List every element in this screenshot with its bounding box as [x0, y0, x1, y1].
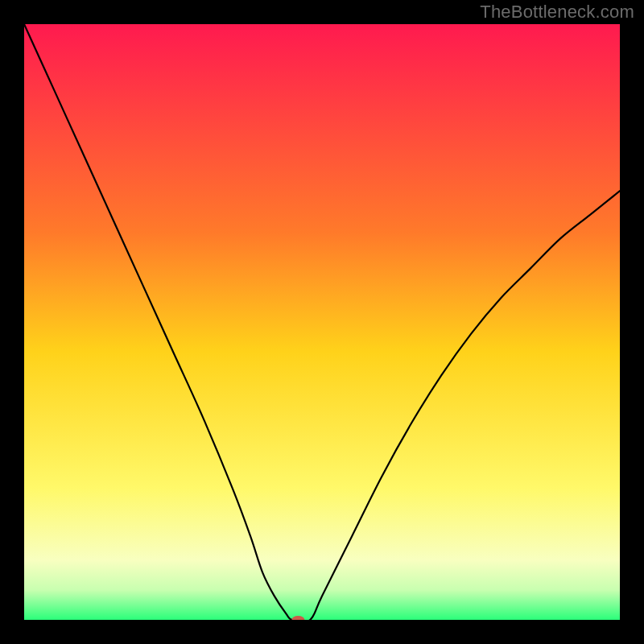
- chart-frame: TheBottleneck.com: [0, 0, 644, 644]
- watermark-text: TheBottleneck.com: [480, 2, 634, 23]
- gradient-background: [24, 24, 620, 620]
- plot-area: [24, 24, 620, 620]
- chart-svg: [24, 24, 620, 620]
